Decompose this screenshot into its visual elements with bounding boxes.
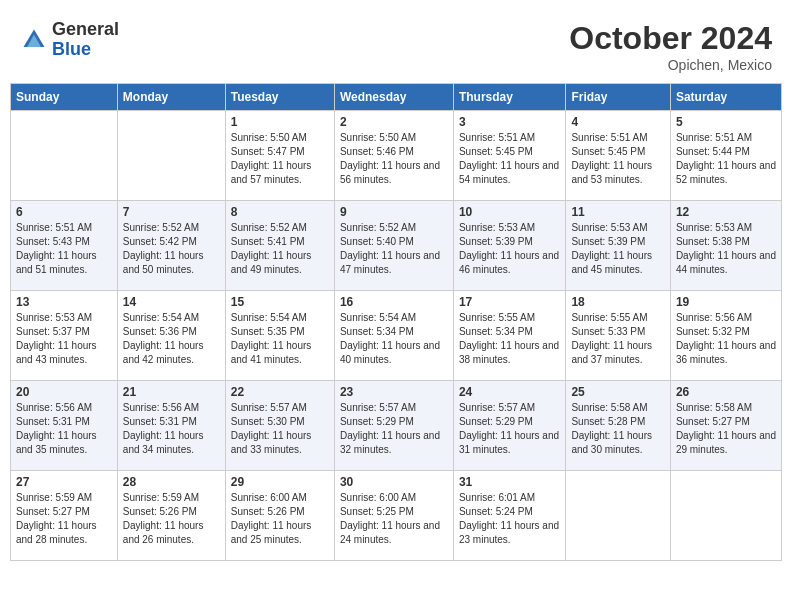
day-number: 26 xyxy=(676,385,776,399)
calendar-cell: 13Sunrise: 5:53 AMSunset: 5:37 PMDayligh… xyxy=(11,291,118,381)
calendar-table: SundayMondayTuesdayWednesdayThursdayFrid… xyxy=(10,83,782,561)
calendar-cell: 4Sunrise: 5:51 AMSunset: 5:45 PMDaylight… xyxy=(566,111,670,201)
day-number: 18 xyxy=(571,295,664,309)
day-number: 19 xyxy=(676,295,776,309)
day-info: Sunrise: 5:56 AMSunset: 5:32 PMDaylight:… xyxy=(676,311,776,367)
day-number: 25 xyxy=(571,385,664,399)
day-number: 3 xyxy=(459,115,560,129)
day-info: Sunrise: 5:53 AMSunset: 5:37 PMDaylight:… xyxy=(16,311,112,367)
calendar-cell: 9Sunrise: 5:52 AMSunset: 5:40 PMDaylight… xyxy=(334,201,453,291)
calendar-cell: 3Sunrise: 5:51 AMSunset: 5:45 PMDaylight… xyxy=(453,111,565,201)
calendar-cell: 26Sunrise: 5:58 AMSunset: 5:27 PMDayligh… xyxy=(670,381,781,471)
day-info: Sunrise: 5:52 AMSunset: 5:40 PMDaylight:… xyxy=(340,221,448,277)
month-title: October 2024 xyxy=(569,20,772,57)
day-number: 9 xyxy=(340,205,448,219)
calendar-week-row: 27Sunrise: 5:59 AMSunset: 5:27 PMDayligh… xyxy=(11,471,782,561)
calendar-cell: 21Sunrise: 5:56 AMSunset: 5:31 PMDayligh… xyxy=(117,381,225,471)
calendar-cell: 6Sunrise: 5:51 AMSunset: 5:43 PMDaylight… xyxy=(11,201,118,291)
weekday-header: Wednesday xyxy=(334,84,453,111)
logo-line2: Blue xyxy=(52,40,119,60)
weekday-header: Tuesday xyxy=(225,84,334,111)
day-number: 11 xyxy=(571,205,664,219)
day-number: 1 xyxy=(231,115,329,129)
day-number: 16 xyxy=(340,295,448,309)
logo-text: General Blue xyxy=(52,20,119,60)
calendar-cell: 11Sunrise: 5:53 AMSunset: 5:39 PMDayligh… xyxy=(566,201,670,291)
day-number: 31 xyxy=(459,475,560,489)
day-number: 28 xyxy=(123,475,220,489)
title-block: October 2024 Opichen, Mexico xyxy=(569,20,772,73)
calendar-cell: 15Sunrise: 5:54 AMSunset: 5:35 PMDayligh… xyxy=(225,291,334,381)
calendar-cell: 24Sunrise: 5:57 AMSunset: 5:29 PMDayligh… xyxy=(453,381,565,471)
calendar-week-row: 13Sunrise: 5:53 AMSunset: 5:37 PMDayligh… xyxy=(11,291,782,381)
calendar-cell: 23Sunrise: 5:57 AMSunset: 5:29 PMDayligh… xyxy=(334,381,453,471)
day-info: Sunrise: 5:59 AMSunset: 5:27 PMDaylight:… xyxy=(16,491,112,547)
day-number: 13 xyxy=(16,295,112,309)
day-info: Sunrise: 5:51 AMSunset: 5:45 PMDaylight:… xyxy=(571,131,664,187)
calendar-week-row: 6Sunrise: 5:51 AMSunset: 5:43 PMDaylight… xyxy=(11,201,782,291)
calendar-cell: 18Sunrise: 5:55 AMSunset: 5:33 PMDayligh… xyxy=(566,291,670,381)
day-number: 12 xyxy=(676,205,776,219)
calendar-cell: 31Sunrise: 6:01 AMSunset: 5:24 PMDayligh… xyxy=(453,471,565,561)
day-number: 27 xyxy=(16,475,112,489)
day-number: 14 xyxy=(123,295,220,309)
day-info: Sunrise: 5:57 AMSunset: 5:30 PMDaylight:… xyxy=(231,401,329,457)
day-number: 7 xyxy=(123,205,220,219)
day-info: Sunrise: 5:57 AMSunset: 5:29 PMDaylight:… xyxy=(340,401,448,457)
calendar-cell: 20Sunrise: 5:56 AMSunset: 5:31 PMDayligh… xyxy=(11,381,118,471)
day-info: Sunrise: 5:52 AMSunset: 5:42 PMDaylight:… xyxy=(123,221,220,277)
day-info: Sunrise: 6:00 AMSunset: 5:26 PMDaylight:… xyxy=(231,491,329,547)
day-number: 24 xyxy=(459,385,560,399)
day-number: 15 xyxy=(231,295,329,309)
calendar-cell: 16Sunrise: 5:54 AMSunset: 5:34 PMDayligh… xyxy=(334,291,453,381)
day-info: Sunrise: 5:56 AMSunset: 5:31 PMDaylight:… xyxy=(123,401,220,457)
calendar-cell xyxy=(117,111,225,201)
day-info: Sunrise: 5:54 AMSunset: 5:36 PMDaylight:… xyxy=(123,311,220,367)
day-number: 23 xyxy=(340,385,448,399)
day-info: Sunrise: 5:58 AMSunset: 5:27 PMDaylight:… xyxy=(676,401,776,457)
day-info: Sunrise: 6:00 AMSunset: 5:25 PMDaylight:… xyxy=(340,491,448,547)
weekday-header: Sunday xyxy=(11,84,118,111)
calendar-cell: 10Sunrise: 5:53 AMSunset: 5:39 PMDayligh… xyxy=(453,201,565,291)
day-info: Sunrise: 5:55 AMSunset: 5:33 PMDaylight:… xyxy=(571,311,664,367)
calendar-cell: 5Sunrise: 5:51 AMSunset: 5:44 PMDaylight… xyxy=(670,111,781,201)
day-info: Sunrise: 5:52 AMSunset: 5:41 PMDaylight:… xyxy=(231,221,329,277)
day-info: Sunrise: 5:58 AMSunset: 5:28 PMDaylight:… xyxy=(571,401,664,457)
calendar-cell: 25Sunrise: 5:58 AMSunset: 5:28 PMDayligh… xyxy=(566,381,670,471)
logo-line1: General xyxy=(52,20,119,40)
weekday-header: Monday xyxy=(117,84,225,111)
day-info: Sunrise: 5:59 AMSunset: 5:26 PMDaylight:… xyxy=(123,491,220,547)
calendar-body: 1Sunrise: 5:50 AMSunset: 5:47 PMDaylight… xyxy=(11,111,782,561)
calendar-cell xyxy=(670,471,781,561)
day-number: 21 xyxy=(123,385,220,399)
day-info: Sunrise: 5:56 AMSunset: 5:31 PMDaylight:… xyxy=(16,401,112,457)
day-info: Sunrise: 5:50 AMSunset: 5:46 PMDaylight:… xyxy=(340,131,448,187)
day-info: Sunrise: 5:51 AMSunset: 5:43 PMDaylight:… xyxy=(16,221,112,277)
calendar-cell: 19Sunrise: 5:56 AMSunset: 5:32 PMDayligh… xyxy=(670,291,781,381)
header-row: SundayMondayTuesdayWednesdayThursdayFrid… xyxy=(11,84,782,111)
calendar-cell: 8Sunrise: 5:52 AMSunset: 5:41 PMDaylight… xyxy=(225,201,334,291)
day-info: Sunrise: 5:54 AMSunset: 5:34 PMDaylight:… xyxy=(340,311,448,367)
day-info: Sunrise: 5:57 AMSunset: 5:29 PMDaylight:… xyxy=(459,401,560,457)
day-info: Sunrise: 6:01 AMSunset: 5:24 PMDaylight:… xyxy=(459,491,560,547)
page-header: General Blue October 2024 Opichen, Mexic… xyxy=(10,10,782,78)
day-number: 30 xyxy=(340,475,448,489)
calendar-cell: 14Sunrise: 5:54 AMSunset: 5:36 PMDayligh… xyxy=(117,291,225,381)
calendar-header: SundayMondayTuesdayWednesdayThursdayFrid… xyxy=(11,84,782,111)
day-info: Sunrise: 5:51 AMSunset: 5:44 PMDaylight:… xyxy=(676,131,776,187)
day-number: 2 xyxy=(340,115,448,129)
weekday-header: Saturday xyxy=(670,84,781,111)
day-info: Sunrise: 5:51 AMSunset: 5:45 PMDaylight:… xyxy=(459,131,560,187)
day-info: Sunrise: 5:50 AMSunset: 5:47 PMDaylight:… xyxy=(231,131,329,187)
day-number: 4 xyxy=(571,115,664,129)
location: Opichen, Mexico xyxy=(569,57,772,73)
day-info: Sunrise: 5:53 AMSunset: 5:39 PMDaylight:… xyxy=(571,221,664,277)
calendar-cell: 2Sunrise: 5:50 AMSunset: 5:46 PMDaylight… xyxy=(334,111,453,201)
calendar-cell: 27Sunrise: 5:59 AMSunset: 5:27 PMDayligh… xyxy=(11,471,118,561)
calendar-cell: 17Sunrise: 5:55 AMSunset: 5:34 PMDayligh… xyxy=(453,291,565,381)
calendar-cell: 12Sunrise: 5:53 AMSunset: 5:38 PMDayligh… xyxy=(670,201,781,291)
calendar-cell: 29Sunrise: 6:00 AMSunset: 5:26 PMDayligh… xyxy=(225,471,334,561)
day-number: 20 xyxy=(16,385,112,399)
day-info: Sunrise: 5:55 AMSunset: 5:34 PMDaylight:… xyxy=(459,311,560,367)
calendar-cell: 1Sunrise: 5:50 AMSunset: 5:47 PMDaylight… xyxy=(225,111,334,201)
